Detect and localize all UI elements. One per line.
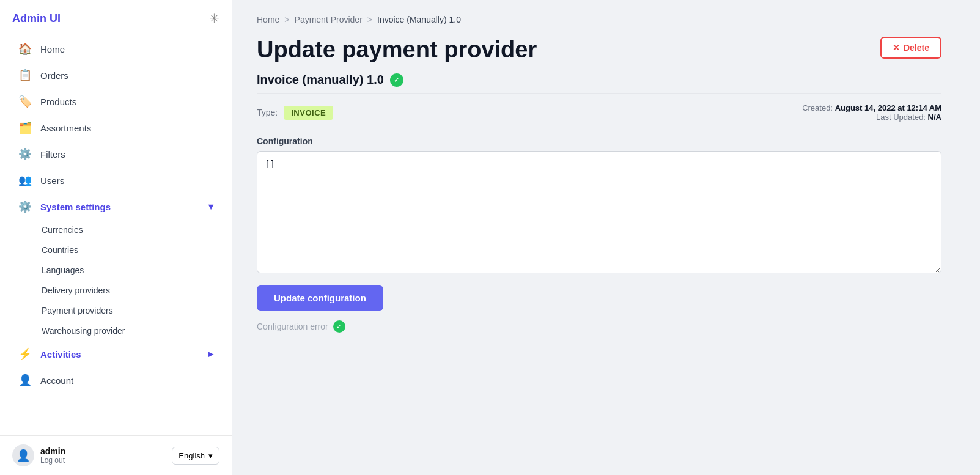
provider-name-row: Invoice (manually) 1.0 ✓ bbox=[257, 73, 941, 87]
delete-label: Delete bbox=[904, 43, 929, 53]
provider-name: Invoice (manually) 1.0 bbox=[257, 73, 384, 87]
sidebar-item-delivery-providers[interactable]: Delivery providers bbox=[35, 281, 232, 300]
dates-area: Created: August 14, 2022 at 12:14 AM Las… bbox=[802, 103, 941, 122]
chevron-right-icon: ▸ bbox=[208, 348, 213, 359]
x-icon: ✕ bbox=[893, 43, 900, 53]
type-badge: INVOICE bbox=[284, 106, 333, 120]
app-title: Admin UI bbox=[12, 12, 61, 25]
sidebar-item-warehousing-provider[interactable]: Warehousing provider bbox=[35, 321, 232, 341]
sidebar-item-products-label: Products bbox=[40, 97, 76, 107]
filters-icon: ⚙️ bbox=[18, 147, 32, 161]
main-content: Home > Payment Provider > Invoice (Manua… bbox=[232, 0, 980, 475]
theme-toggle-icon[interactable]: ✳ bbox=[209, 11, 219, 26]
chevron-down-icon: ▾ bbox=[208, 451, 213, 460]
sidebar-item-home-label: Home bbox=[40, 44, 65, 54]
chevron-down-icon: ▾ bbox=[208, 201, 213, 212]
sidebar: Admin UI ✳ 🏠 Home 📋 Orders 🏷️ Products 🗂… bbox=[0, 0, 232, 475]
system-settings-label: System settings bbox=[40, 202, 111, 212]
admin-username: admin bbox=[40, 446, 65, 456]
language-label: English bbox=[179, 451, 205, 460]
activities-label: Activities bbox=[40, 349, 81, 359]
page-title: Update payment provider bbox=[257, 37, 537, 63]
created-row: Created: August 14, 2022 at 12:14 AM bbox=[802, 103, 941, 112]
avatar: 👤 bbox=[12, 444, 34, 466]
assortments-icon: 🗂️ bbox=[18, 121, 32, 134]
admin-info: 👤 admin Log out bbox=[12, 444, 65, 466]
created-value: August 14, 2022 at 12:14 AM bbox=[835, 103, 941, 112]
sidebar-item-assortments-label: Assortments bbox=[40, 123, 91, 133]
sidebar-item-orders-label: Orders bbox=[40, 70, 68, 81]
type-area: Type: INVOICE bbox=[257, 106, 333, 120]
created-label: Created: bbox=[802, 103, 833, 112]
updated-label: Last Updated: bbox=[876, 112, 926, 122]
meta-row: Type: INVOICE Created: August 14, 2022 a… bbox=[257, 103, 941, 122]
breadcrumb-sep-2: > bbox=[367, 15, 372, 24]
sidebar-nav: 🏠 Home 📋 Orders 🏷️ Products 🗂️ Assortmen… bbox=[0, 32, 232, 435]
users-icon: 👥 bbox=[18, 174, 32, 187]
breadcrumb-payment-provider[interactable]: Payment Provider bbox=[295, 15, 363, 24]
sidebar-footer: 👤 admin Log out English ▾ bbox=[0, 435, 232, 475]
sidebar-item-account[interactable]: 👤 Account bbox=[5, 367, 227, 393]
system-settings-submenu: Currencies Countries Languages Delivery … bbox=[0, 220, 232, 341]
sidebar-item-assortments[interactable]: 🗂️ Assortments bbox=[5, 115, 227, 141]
updated-row: Last Updated: N/A bbox=[802, 112, 941, 122]
sidebar-item-activities[interactable]: ⚡ Activities ▸ bbox=[5, 341, 227, 367]
config-error-check-icon: ✓ bbox=[333, 320, 345, 333]
sidebar-item-users[interactable]: 👥 Users bbox=[5, 168, 227, 193]
verified-icon: ✓ bbox=[390, 73, 403, 87]
breadcrumb-home[interactable]: Home bbox=[257, 15, 279, 24]
sidebar-item-filters[interactable]: ⚙️ Filters bbox=[5, 141, 227, 167]
breadcrumb: Home > Payment Provider > Invoice (Manua… bbox=[257, 15, 941, 24]
sidebar-item-users-label: Users bbox=[40, 175, 64, 186]
home-icon: 🏠 bbox=[18, 42, 32, 56]
config-textarea[interactable]: [] bbox=[257, 151, 941, 273]
products-icon: 🏷️ bbox=[18, 95, 32, 108]
delete-button[interactable]: ✕ Delete bbox=[880, 37, 941, 59]
config-section-label: Configuration bbox=[257, 136, 941, 146]
update-configuration-button[interactable]: Update configuration bbox=[257, 285, 383, 311]
system-settings-icon: ⚙️ bbox=[18, 200, 32, 213]
sidebar-item-payment-providers[interactable]: Payment providers bbox=[35, 301, 232, 320]
logout-button[interactable]: Log out bbox=[40, 456, 65, 465]
breadcrumb-current: Invoice (Manually) 1.0 bbox=[377, 15, 461, 24]
sidebar-item-filters-label: Filters bbox=[40, 149, 65, 160]
sidebar-item-currencies[interactable]: Currencies bbox=[35, 220, 232, 240]
activities-icon: ⚡ bbox=[18, 347, 32, 361]
sidebar-item-orders[interactable]: 📋 Orders bbox=[5, 62, 227, 88]
orders-icon: 📋 bbox=[18, 68, 32, 82]
config-error-row: Configuration error ✓ bbox=[257, 320, 941, 333]
page-header: Update payment provider ✕ Delete bbox=[257, 37, 941, 63]
updated-value: N/A bbox=[928, 112, 941, 122]
type-label: Type: bbox=[257, 108, 278, 117]
sidebar-item-home[interactable]: 🏠 Home bbox=[5, 36, 227, 62]
account-icon: 👤 bbox=[18, 374, 32, 387]
sidebar-header: Admin UI ✳ bbox=[0, 0, 232, 32]
config-error-label: Configuration error bbox=[257, 322, 328, 331]
divider bbox=[257, 93, 941, 94]
account-label: Account bbox=[40, 375, 73, 386]
breadcrumb-sep-1: > bbox=[284, 15, 289, 24]
sidebar-item-system-settings[interactable]: ⚙️ System settings ▾ bbox=[5, 194, 227, 219]
sidebar-item-products[interactable]: 🏷️ Products bbox=[5, 89, 227, 114]
language-selector[interactable]: English ▾ bbox=[172, 447, 219, 465]
sidebar-item-countries[interactable]: Countries bbox=[35, 240, 232, 260]
content-area: Home > Payment Provider > Invoice (Manua… bbox=[232, 0, 966, 347]
sidebar-item-languages[interactable]: Languages bbox=[35, 260, 232, 280]
